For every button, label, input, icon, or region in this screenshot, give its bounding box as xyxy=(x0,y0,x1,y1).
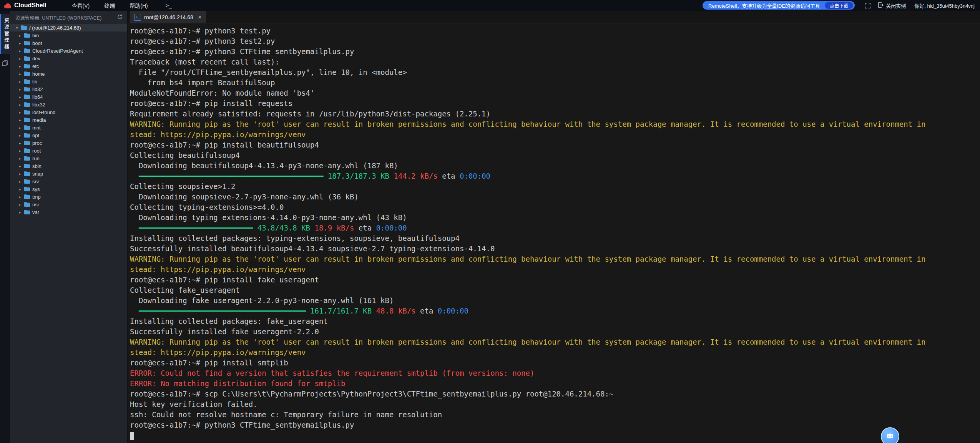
tree-item-opt[interactable]: ▸opt xyxy=(10,131,127,139)
tree-item-bin[interactable]: ▸bin xyxy=(10,32,127,39)
folder-icon xyxy=(24,79,30,84)
tree-item-label: etc xyxy=(32,63,39,69)
tree-item-home[interactable]: ▸home xyxy=(10,70,127,78)
folder-icon xyxy=(24,187,30,191)
assistant-float-button[interactable] xyxy=(881,427,899,443)
tree-item-boot[interactable]: ▸boot xyxy=(10,39,127,47)
tree-item-lib32[interactable]: ▸lib32 xyxy=(10,85,127,93)
terminal-line: root@ecs-a1b7:~# python3 CTFtime_sentbye… xyxy=(130,46,977,57)
refresh-icon[interactable] xyxy=(117,14,123,21)
tree-item-root[interactable]: ▸root xyxy=(10,147,127,154)
terminal-line: Downloading soupsieve-2.7-py3-none-any.w… xyxy=(130,192,977,202)
tree-item-label: snap xyxy=(32,171,43,177)
new-terminal-icon[interactable]: >_ xyxy=(166,2,172,8)
chevron-right-icon: ▸ xyxy=(18,172,22,176)
tree-item-usr[interactable]: ▸usr xyxy=(10,201,127,208)
terminal-line: stead: https://pip.pypa.io/warnings/venv xyxy=(130,129,977,140)
terminal-line: root@ecs-a1b7:~# python3 CTFtime_sentbye… xyxy=(130,420,977,430)
terminal-line: from bs4 import BeautifulSoup xyxy=(130,78,977,88)
tree-item-snap[interactable]: ▸snap xyxy=(10,170,127,178)
tree-item-label: lib64 xyxy=(32,94,43,100)
tree-item-dev[interactable]: ▸dev xyxy=(10,55,127,62)
remoteshell-promo-banner[interactable]: RemoteShell，支持升级为全量IDE的资源访问工具 点击下载 xyxy=(703,1,855,10)
main-area: >_ root@120.46.214.68 × root@ecs-a1b7:~#… xyxy=(128,11,980,443)
tree-item-sbin[interactable]: ▸sbin xyxy=(10,162,127,170)
terminal-line: Collecting fake_useragent xyxy=(130,285,977,295)
terminal-cursor xyxy=(130,432,134,440)
tree-item-label: sbin xyxy=(32,163,42,169)
folder-icon xyxy=(24,210,30,214)
close-instance-button[interactable]: 关闭实例 xyxy=(878,2,906,9)
terminal-output[interactable]: root@ecs-a1b7:~# python3 test.pyroot@ecs… xyxy=(128,23,980,443)
chevron-right-icon: ▸ xyxy=(18,133,22,138)
tree-item-label: var xyxy=(32,209,39,215)
menu-terminal[interactable]: 终端 xyxy=(104,2,115,9)
tree-item-sys[interactable]: ▸sys xyxy=(10,185,127,193)
terminal-line: Successfully installed fake_useragent-2.… xyxy=(130,327,977,337)
folder-icon xyxy=(24,194,30,199)
tab-terminal[interactable]: >_ root@120.46.214.68 × xyxy=(130,11,206,23)
file-tree: ▾ / (root@120.46.214.68) ▸bin▸boot▸Cloud… xyxy=(10,24,127,216)
menu-bar: 查看(V) 终端 帮助(H) xyxy=(72,2,148,9)
folder-icon xyxy=(24,48,30,53)
tree-item-tmp[interactable]: ▸tmp xyxy=(10,193,127,201)
tree-item-label: mnt xyxy=(32,125,41,131)
chevron-right-icon: ▸ xyxy=(18,49,22,53)
terminal-line: Traceback (most recent call last): xyxy=(130,57,977,67)
close-instance-label: 关闭实例 xyxy=(886,2,906,9)
chevron-right-icon: ▸ xyxy=(18,126,22,130)
tree-item-run[interactable]: ▸run xyxy=(10,154,127,162)
tree-item-libx32[interactable]: ▸libx32 xyxy=(10,101,127,108)
folder-icon xyxy=(24,141,30,145)
tree-item-lib64[interactable]: ▸lib64 xyxy=(10,93,127,101)
folder-icon xyxy=(24,202,30,207)
menu-view[interactable]: 查看(V) xyxy=(72,2,90,9)
tree-item-var[interactable]: ▸var xyxy=(10,208,127,216)
chevron-right-icon: ▸ xyxy=(18,195,22,199)
folder-icon xyxy=(24,164,30,168)
terminal-line: root@ecs-a1b7:~# pip install fake_userag… xyxy=(130,275,977,285)
tree-item-lib[interactable]: ▸lib xyxy=(10,78,127,85)
tree-item-etc[interactable]: ▸etc xyxy=(10,62,127,70)
terminal-line: root@ecs-a1b7:~# pip install beautifulso… xyxy=(130,140,977,150)
tree-item-media[interactable]: ▸media xyxy=(10,116,127,124)
tree-item-label: dev xyxy=(32,56,40,61)
terminal-line: Downloading beautifulsoup4-4.13.4-py3-no… xyxy=(130,161,977,171)
folder-icon xyxy=(24,33,30,38)
tree-item-root[interactable]: ▾ / (root@120.46.214.68) xyxy=(10,24,127,32)
terminal-line: WARNING: Running pip as the 'root' user … xyxy=(130,254,977,264)
tree-children: ▸bin▸boot▸CloudrResetPwdAgent▸dev▸etc▸ho… xyxy=(10,32,127,216)
terminal-line: Downloading typing_extensions-4.14.0-py3… xyxy=(130,212,977,223)
tree-item-label: lib xyxy=(32,79,37,85)
folder-icon xyxy=(24,71,30,76)
fullscreen-icon[interactable] xyxy=(865,3,870,8)
chevron-right-icon: ▸ xyxy=(18,156,22,161)
tree-item-label: bin xyxy=(32,33,39,38)
tab-bar: >_ root@120.46.214.68 × xyxy=(128,11,980,23)
chevron-right-icon: ▸ xyxy=(18,87,22,91)
tree-item-proc[interactable]: ▸proc xyxy=(10,139,127,147)
tree-item-srv[interactable]: ▸srv xyxy=(10,178,127,185)
download-button[interactable]: 点击下载 xyxy=(825,2,853,9)
menu-help[interactable]: 帮助(H) xyxy=(130,2,148,9)
terminal-line: ━━━━━━━━━━━━━━━━━━━━━━━━━━━━━━━━━━━━━━━━… xyxy=(130,171,977,181)
terminal-line: stead: https://pip.pypa.io/warnings/venv xyxy=(130,347,977,358)
chevron-right-icon: ▸ xyxy=(18,103,22,107)
folder-icon xyxy=(24,118,30,122)
terminal-tab-icon: >_ xyxy=(134,14,141,21)
app-title: CloudShell xyxy=(14,2,47,9)
tree-item-mnt[interactable]: ▸mnt xyxy=(10,124,127,131)
folder-icon xyxy=(24,148,30,153)
tree-item-label: opt xyxy=(32,133,39,138)
tree-item-CloudrResetPwdAgent[interactable]: ▸CloudrResetPwdAgent xyxy=(10,47,127,55)
close-tab-icon[interactable]: × xyxy=(198,14,201,20)
logout-icon xyxy=(878,2,884,9)
panels-icon[interactable] xyxy=(2,60,8,66)
tree-item-label: media xyxy=(32,117,46,123)
explorer-view-label[interactable]: 资源管理器 xyxy=(0,14,10,54)
tree-item-label: libx32 xyxy=(32,102,45,108)
tree-item-lost+found[interactable]: ▸lost+found xyxy=(10,108,127,116)
terminal-line xyxy=(130,430,977,441)
chevron-right-icon: ▸ xyxy=(18,56,22,61)
explorer-panel: 资源管理器: UNTITLED (WORKSPACE) ▾ / (root@12… xyxy=(10,11,128,443)
